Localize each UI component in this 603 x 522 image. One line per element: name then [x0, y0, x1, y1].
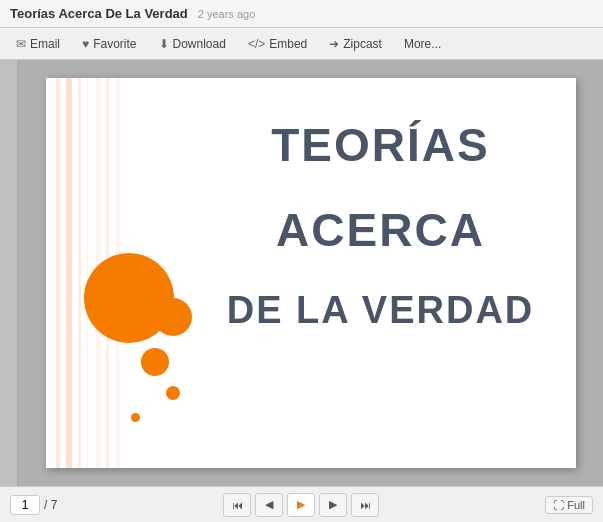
next-icon: ▶ [329, 498, 337, 511]
prev-page-button[interactable]: ◀ [255, 493, 283, 517]
slide-line-3: DE LA VERDAD [206, 288, 556, 334]
zipcast-icon: ➜ [329, 37, 339, 51]
play-icon: ▶ [297, 498, 305, 511]
viewer-container: TEORÍAS ACERCA DE LA VERDAD [0, 60, 603, 486]
nav-controls: ⏮ ◀ ▶ ▶ ⏭ [223, 493, 379, 517]
slide: TEORÍAS ACERCA DE LA VERDAD [46, 78, 576, 468]
fullscreen-icon: ⛶ [553, 499, 564, 511]
slide-line-2: ACERCA [206, 203, 556, 258]
heart-icon: ♥ [82, 37, 89, 51]
embed-icon: </> [248, 37, 265, 51]
page-indicator: / 7 [10, 495, 57, 515]
page-total: / 7 [44, 498, 57, 512]
title-bar: Teorías Acerca De La Verdad 2 years ago [0, 0, 603, 28]
prev-icon: ◀ [265, 498, 273, 511]
circle-medium [154, 298, 192, 336]
favorite-button[interactable]: ♥ Favorite [72, 33, 146, 55]
slide-line-1: TEORÍAS [206, 118, 556, 173]
first-page-button[interactable]: ⏮ [223, 493, 251, 517]
deco-line-2 [66, 78, 72, 468]
circle-dot [131, 413, 140, 422]
document-title: Teorías Acerca De La Verdad [10, 6, 188, 21]
deco-line-4 [86, 78, 88, 468]
download-icon: ⬇ [159, 37, 169, 51]
next-page-button[interactable]: ▶ [319, 493, 347, 517]
zipcast-button[interactable]: ➜ Zipcast [319, 33, 392, 55]
last-page-button[interactable]: ⏭ [351, 493, 379, 517]
slide-text-area: TEORÍAS ACERCA DE LA VERDAD [206, 118, 556, 334]
left-sidebar [0, 60, 18, 486]
slide-area: TEORÍAS ACERCA DE LA VERDAD [18, 60, 603, 486]
circle-small [141, 348, 169, 376]
document-age: 2 years ago [198, 8, 255, 20]
more-button[interactable]: More... [394, 33, 451, 55]
email-button[interactable]: ✉ Email [6, 33, 70, 55]
first-icon: ⏮ [232, 499, 243, 511]
action-bar: ✉ Email ♥ Favorite ⬇ Download </> Embed … [0, 28, 603, 60]
embed-button[interactable]: </> Embed [238, 33, 317, 55]
bottom-controls: / 7 ⏮ ◀ ▶ ▶ ⏭ ⛶ Full [0, 486, 603, 522]
circle-tiny [166, 386, 180, 400]
deco-line-3 [78, 78, 81, 468]
page-input[interactable] [10, 495, 40, 515]
deco-line-1 [56, 78, 60, 468]
download-button[interactable]: ⬇ Download [149, 33, 236, 55]
fullscreen-button[interactable]: ⛶ Full [545, 496, 593, 514]
play-button[interactable]: ▶ [287, 493, 315, 517]
email-icon: ✉ [16, 37, 26, 51]
last-icon: ⏭ [360, 499, 371, 511]
